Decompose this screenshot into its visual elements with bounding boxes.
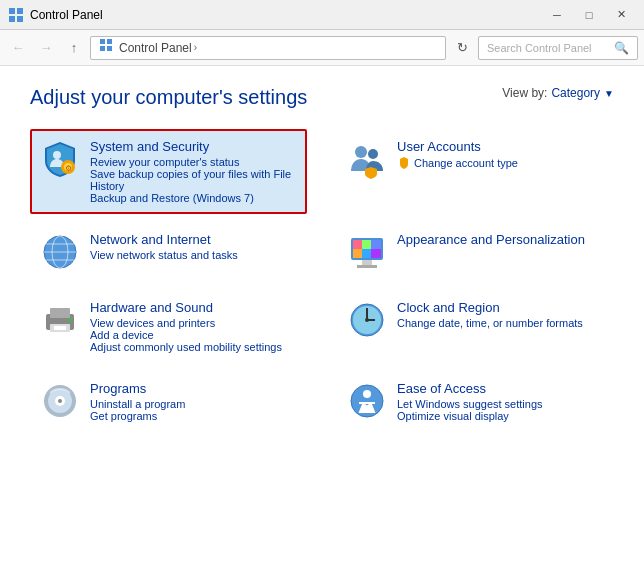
appearance-title[interactable]: Appearance and Personalization — [397, 232, 585, 247]
category-hardware-sound[interactable]: Hardware and Sound View devices and prin… — [30, 290, 307, 363]
forward-button[interactable]: → — [34, 36, 58, 60]
system-security-text: System and Security Review your computer… — [90, 139, 297, 204]
network-internet-links: View network status and tasks — [90, 249, 238, 261]
category-user-accounts[interactable]: User Accounts Change account type — [337, 129, 614, 214]
svg-rect-1 — [17, 8, 23, 14]
ease-access-link-0[interactable]: Let Windows suggest settings — [397, 398, 543, 410]
hardware-sound-link-1[interactable]: Add a device — [90, 329, 282, 341]
user-accounts-text: User Accounts Change account type — [397, 139, 518, 170]
maximize-button[interactable]: □ — [574, 5, 604, 25]
category-network-internet[interactable]: Network and Internet View network status… — [30, 222, 307, 282]
category-ease-access[interactable]: Ease of Access Let Windows suggest setti… — [337, 371, 614, 432]
svg-point-12 — [355, 146, 367, 158]
programs-icon — [40, 381, 80, 421]
programs-links: Uninstall a program Get programs — [90, 398, 185, 422]
page-header: Adjust your computer's settings View by:… — [30, 86, 614, 109]
programs-link-0[interactable]: Uninstall a program — [90, 398, 185, 410]
hardware-sound-links: View devices and printers Add a device A… — [90, 317, 282, 353]
svg-rect-3 — [17, 16, 23, 22]
search-icon: 🔍 — [614, 41, 629, 55]
view-by: View by: Category ▼ — [502, 86, 614, 100]
svg-rect-28 — [357, 265, 377, 268]
user-accounts-icon — [347, 139, 387, 179]
programs-text: Programs Uninstall a program Get program… — [90, 381, 185, 422]
clock-region-icon — [347, 300, 387, 340]
svg-point-8 — [53, 151, 61, 159]
svg-text:⚙: ⚙ — [65, 164, 72, 173]
svg-rect-7 — [107, 46, 112, 51]
hardware-sound-link-2[interactable]: Adjust commonly used mobility settings — [90, 341, 282, 353]
system-security-link-0[interactable]: Review your computer's status — [90, 156, 297, 168]
user-accounts-link-0[interactable]: Change account type — [397, 156, 518, 170]
svg-rect-23 — [371, 240, 381, 249]
user-accounts-title[interactable]: User Accounts — [397, 139, 518, 154]
hardware-sound-text: Hardware and Sound View devices and prin… — [90, 300, 282, 353]
appearance-text: Appearance and Personalization — [397, 232, 585, 247]
ease-access-title[interactable]: Ease of Access — [397, 381, 543, 396]
svg-point-33 — [68, 318, 72, 322]
system-security-title[interactable]: System and Security — [90, 139, 297, 154]
address-bar: ← → ↑ Control Panel › ↻ Search Control P… — [0, 30, 644, 66]
programs-link-1[interactable]: Get programs — [90, 410, 185, 422]
clock-region-links: Change date, time, or number formats — [397, 317, 583, 329]
system-security-icon: ⚙ — [40, 139, 80, 179]
network-internet-link-0[interactable]: View network status and tasks — [90, 249, 238, 261]
network-internet-title[interactable]: Network and Internet — [90, 232, 238, 247]
ease-access-icon — [347, 381, 387, 421]
svg-point-38 — [365, 318, 369, 322]
svg-rect-25 — [362, 249, 371, 258]
category-appearance[interactable]: Appearance and Personalization — [337, 222, 614, 282]
title-bar: Control Panel ─ □ ✕ — [0, 0, 644, 30]
svg-rect-32 — [54, 326, 66, 330]
svg-rect-21 — [353, 240, 362, 249]
ease-access-text: Ease of Access Let Windows suggest setti… — [397, 381, 543, 422]
settings-grid: ⚙ System and Security Review your comput… — [30, 129, 614, 432]
svg-rect-22 — [362, 240, 371, 249]
address-path[interactable]: Control Panel › — [90, 36, 446, 60]
refresh-button[interactable]: ↻ — [450, 36, 474, 60]
window-controls: ─ □ ✕ — [542, 5, 636, 25]
category-programs[interactable]: Programs Uninstall a program Get program… — [30, 371, 307, 432]
network-internet-text: Network and Internet View network status… — [90, 232, 238, 261]
svg-point-42 — [58, 399, 62, 403]
search-box[interactable]: Search Control Panel 🔍 — [478, 36, 638, 60]
system-security-links: Review your computer's status Save backu… — [90, 156, 297, 204]
svg-point-13 — [368, 149, 378, 159]
clock-region-title[interactable]: Clock and Region — [397, 300, 583, 315]
system-security-link-1[interactable]: Save backup copies of your files with Fi… — [90, 168, 297, 192]
page-title: Adjust your computer's settings — [30, 86, 307, 109]
programs-title[interactable]: Programs — [90, 381, 185, 396]
up-button[interactable]: ↑ — [62, 36, 86, 60]
clock-region-text: Clock and Region Change date, time, or n… — [397, 300, 583, 329]
hardware-sound-icon — [40, 300, 80, 340]
app-icon — [8, 7, 24, 23]
back-button[interactable]: ← — [6, 36, 30, 60]
window-title: Control Panel — [30, 8, 103, 22]
title-bar-left: Control Panel — [8, 7, 103, 23]
system-security-link-2[interactable]: Backup and Restore (Windows 7) — [90, 192, 297, 204]
minimize-button[interactable]: ─ — [542, 5, 572, 25]
ease-access-links: Let Windows suggest settings Optimize vi… — [397, 398, 543, 422]
svg-rect-5 — [107, 39, 112, 44]
clock-region-link-0[interactable]: Change date, time, or number formats — [397, 317, 583, 329]
svg-rect-26 — [371, 249, 381, 258]
user-accounts-links: Change account type — [397, 156, 518, 170]
hardware-sound-link-0[interactable]: View devices and printers — [90, 317, 282, 329]
view-by-value[interactable]: Category — [551, 86, 600, 100]
svg-rect-0 — [9, 8, 15, 14]
svg-rect-30 — [50, 308, 70, 318]
category-clock-region[interactable]: Clock and Region Change date, time, or n… — [337, 290, 614, 363]
main-content: Adjust your computer's settings View by:… — [0, 66, 644, 452]
category-system-security[interactable]: ⚙ System and Security Review your comput… — [30, 129, 307, 214]
path-chevron: › — [194, 42, 197, 53]
ease-access-link-1[interactable]: Optimize visual display — [397, 410, 543, 422]
svg-point-44 — [363, 390, 371, 398]
close-button[interactable]: ✕ — [606, 5, 636, 25]
chevron-down-icon: ▼ — [604, 88, 614, 99]
path-icon — [99, 38, 115, 57]
svg-rect-6 — [100, 46, 105, 51]
svg-rect-4 — [100, 39, 105, 44]
hardware-sound-title[interactable]: Hardware and Sound — [90, 300, 282, 315]
network-internet-icon — [40, 232, 80, 272]
svg-rect-2 — [9, 16, 15, 22]
